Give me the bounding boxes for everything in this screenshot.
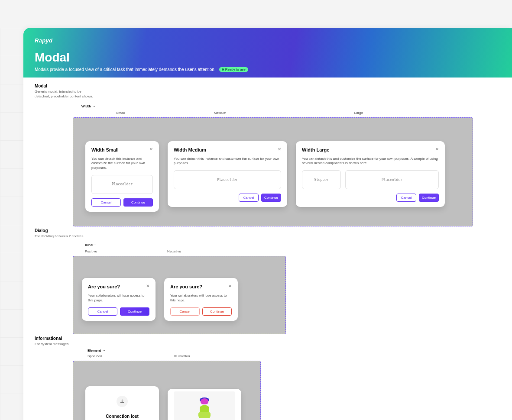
axis-label: Width → (81, 104, 95, 108)
continue-button[interactable]: Continue (261, 194, 281, 202)
column-header-large: Large (281, 111, 437, 115)
modal-canvas: Width Small ✕ You can detach this instan… (73, 117, 473, 226)
cancel-button[interactable]: Cancel (91, 198, 121, 207)
modal-title: Width Large (302, 147, 329, 152)
stepper-slot: Stepper (302, 170, 341, 189)
section-heading: Dialog (35, 228, 512, 233)
dialog-canvas: Are you sure? ✕ Your collaborators will … (73, 256, 286, 334)
cancel-button[interactable]: Cancel (170, 307, 200, 316)
placeholder-slot: Placeolder (174, 170, 281, 189)
section-description: Generic modal. Intended to be detached, … (35, 90, 95, 99)
modal-description: You can detach this instance and customi… (174, 157, 281, 166)
section-heading: Modal (35, 84, 512, 88)
column-header-small: Small (81, 111, 159, 115)
placeholder-slot: Placeolder (91, 175, 153, 194)
section-modal: Modal Generic modal. Intended to be deta… (23, 78, 512, 226)
dialog-title: Are you sure? (170, 284, 202, 289)
column-header-illustration: Illustration (174, 354, 261, 358)
download-icon (117, 396, 128, 407)
axis-label: Element → (87, 349, 105, 352)
illustration-box (174, 391, 235, 420)
placeholder-slot: Placeolder (345, 170, 439, 189)
page-subtitle: Modals provide a focused view of a criti… (35, 67, 216, 72)
modal-large: Width Large ✕ You can detach this and cu… (296, 141, 445, 207)
continue-button[interactable]: Continue (123, 198, 153, 207)
dialog-description: Your collaborators will lose access to t… (170, 294, 232, 303)
informational-canvas: Connection lost Connect to the internet … (73, 361, 261, 420)
close-icon[interactable]: ✕ (435, 147, 439, 152)
modal-description: You can detach this instance and customi… (91, 157, 153, 171)
status-badge-label: Ready to use (225, 68, 246, 71)
dialog-negative: Are you sure? ✕ Your collaborators will … (164, 278, 238, 321)
info-title: Connection lost (91, 414, 153, 419)
continue-button[interactable]: Continue (419, 194, 439, 202)
section-informational: Informational For system messages. Eleme… (23, 334, 512, 420)
hero-banner: Rapyd Modal Modals provide a focused vie… (23, 28, 512, 78)
section-heading: Informational (35, 336, 512, 341)
status-dot-icon (222, 68, 224, 71)
continue-button[interactable]: Continue (202, 307, 232, 316)
section-description: For deciding between 2 choices. (35, 234, 95, 239)
column-header-spot-icon: Spot Icon (87, 354, 174, 358)
dialog-title: Are you sure? (88, 284, 120, 289)
close-icon[interactable]: ✕ (228, 284, 232, 288)
column-header-medium: Medium (159, 111, 281, 115)
bust-illustration-icon (197, 398, 212, 418)
modal-small: Width Small ✕ You can detach this instan… (85, 141, 159, 212)
cancel-button[interactable]: Cancel (396, 194, 416, 202)
cancel-button[interactable]: Cancel (88, 307, 117, 316)
close-icon[interactable]: ✕ (146, 284, 149, 288)
modal-description: You can detach this and customize the su… (302, 157, 439, 166)
page-title: Modal (35, 51, 501, 65)
section-description: For system messages. (35, 342, 95, 347)
column-header-negative: Negative (167, 249, 250, 253)
dialog-positive: Are you sure? ✕ Your collaborators will … (82, 278, 156, 321)
modal-title: Width Small (91, 147, 119, 152)
close-icon[interactable]: ✕ (278, 147, 281, 152)
cancel-button[interactable]: Cancel (239, 194, 259, 202)
section-dialog: Dialog For deciding between 2 choices. K… (23, 226, 512, 334)
modal-title: Width Medium (174, 147, 206, 152)
axis-label: Kind→ (85, 243, 96, 247)
status-badge: Ready to use (219, 67, 248, 72)
informational-illustration: Thanks for contact sales (168, 389, 241, 420)
close-icon[interactable]: ✕ (149, 147, 153, 152)
continue-button[interactable]: Continue (120, 307, 149, 316)
modal-medium: Width Medium ✕ You can detach this insta… (168, 141, 287, 207)
brand-logo: Rapyd (35, 37, 501, 44)
dialog-description: Your collaborators will lose access to t… (88, 294, 149, 303)
informational-spot: Connection lost Connect to the internet … (85, 386, 159, 420)
column-header-positive: Positive (85, 249, 167, 253)
